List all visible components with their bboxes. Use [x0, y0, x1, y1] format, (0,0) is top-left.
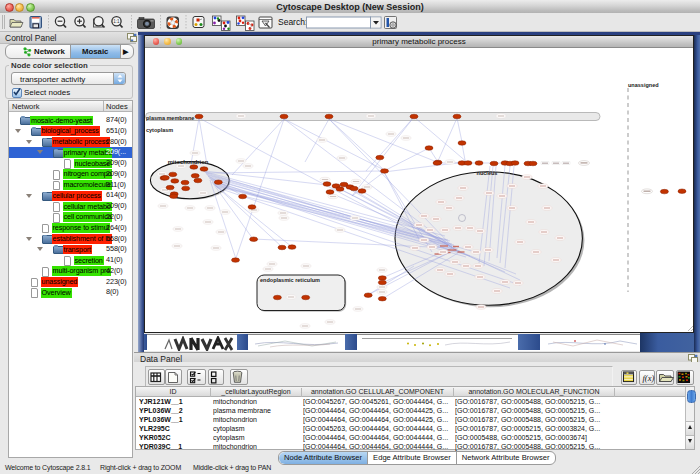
svg-text:nucleus: nucleus	[477, 170, 498, 176]
svg-text:Search:: Search:	[278, 17, 307, 27]
svg-text:plasma membrane: plasma membrane	[146, 115, 194, 121]
svg-text:f(x): f(x)	[643, 373, 655, 383]
svg-text:unassigned: unassigned	[628, 82, 659, 88]
svg-text:cytoplasm: cytoplasm	[146, 127, 173, 133]
svg-text:mitochondrion: mitochondrion	[168, 159, 209, 165]
svg-text:1:1: 1:1	[113, 19, 120, 24]
svg-text:endoplasmic reticulum: endoplasmic reticulum	[260, 277, 320, 283]
